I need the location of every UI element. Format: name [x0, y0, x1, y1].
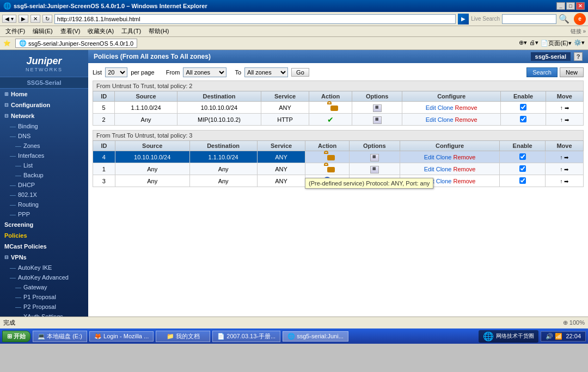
- sidebar-item-backup[interactable]: —Backup: [0, 170, 88, 180]
- go-button[interactable]: Go: [291, 68, 309, 77]
- move-up-icon[interactable]: ↑: [560, 178, 562, 184]
- taskbar-item-mozilla[interactable]: 🦊 Login - Mozilla ...: [89, 331, 154, 342]
- forward-button[interactable]: ▶: [19, 15, 28, 23]
- sidebar-item-home[interactable]: ⊞Home: [0, 89, 88, 100]
- new-button[interactable]: New: [560, 67, 584, 77]
- sidebar-item-802.1x[interactable]: —802.1X: [0, 190, 88, 200]
- sidebar-item-vpns[interactable]: ⊟VPNs: [0, 252, 88, 263]
- move-right-icon[interactable]: ➡: [565, 105, 569, 111]
- sidebar-item-routing[interactable]: —Routing: [0, 200, 88, 209]
- nav-dash: —: [15, 284, 21, 290]
- sidebar-item-dhcp[interactable]: —DHCP: [0, 180, 88, 190]
- taskbar-item-docs[interactable]: 📁 我的文档: [156, 331, 210, 342]
- sidebar-item-binding[interactable]: —Binding: [0, 121, 88, 131]
- taskbar-item-drive[interactable]: 💻 本地磁盘 (E:): [33, 331, 87, 342]
- enable-checkbox[interactable]: [520, 104, 526, 110]
- edit-link[interactable]: Edit: [426, 116, 436, 123]
- sidebar-item-p1-proposal[interactable]: —P1 Proposal: [0, 292, 88, 302]
- edit-link[interactable]: Edit: [426, 104, 436, 111]
- sidebar-item-policies[interactable]: Policies: [0, 230, 88, 241]
- taskbar-item-ssg[interactable]: 🌐 ssg5-serial:Juni...: [283, 331, 348, 342]
- ie-search-input[interactable]: [502, 14, 556, 24]
- back-button[interactable]: ◀ ▾: [2, 15, 16, 23]
- move-right-icon[interactable]: ➡: [564, 178, 568, 184]
- menu-file[interactable]: 文件(F): [2, 27, 28, 36]
- sidebar-item-dns[interactable]: —DNS: [0, 131, 88, 141]
- stop-button[interactable]: ✕: [30, 15, 40, 23]
- clone-link[interactable]: Clone: [438, 104, 454, 111]
- remove-link[interactable]: Remove: [455, 116, 477, 123]
- edit-link[interactable]: Edit: [424, 154, 434, 160]
- favorites-item[interactable]: 🌐 ssg5-serial:Juniper-ScreenOS 5.4.0r1.0: [15, 39, 137, 48]
- address-input[interactable]: [54, 14, 456, 24]
- sidebar-item-gateway[interactable]: —Gateway: [0, 282, 88, 292]
- move-right-icon[interactable]: ➡: [564, 154, 568, 160]
- move-up-icon[interactable]: ↑: [560, 105, 563, 111]
- sidebar-item-interfaces[interactable]: —Interfaces: [0, 151, 88, 160]
- cell-enable: [501, 102, 546, 114]
- start-icon: ⊞: [7, 333, 12, 340]
- cell-id: 5: [93, 102, 115, 114]
- sidebar-item-autokey-ike[interactable]: —AutoKey IKE: [0, 263, 88, 272]
- ie-page-controls: ⊕▾ 🖨▾ 📄页面(E)▾ ⚙️▾: [519, 39, 585, 47]
- options-icon[interactable]: ▦: [373, 116, 382, 124]
- start-button[interactable]: ⊞ 开始: [2, 331, 30, 342]
- close-button[interactable]: ✕: [576, 2, 585, 10]
- page-control-tools[interactable]: ⚙️▾: [574, 39, 585, 47]
- remove-link[interactable]: Remove: [454, 154, 476, 160]
- sidebar-item-p2-proposal[interactable]: —P2 Proposal: [0, 302, 88, 312]
- per-page-label: per page: [131, 69, 154, 76]
- sidebar-item-screening[interactable]: Screening: [0, 219, 88, 230]
- sidebar-item-list[interactable]: —List: [0, 160, 88, 170]
- refresh-button[interactable]: ↻: [42, 15, 52, 23]
- move-up-icon[interactable]: ↑: [560, 154, 562, 160]
- menu-favorites[interactable]: 收藏夹(A): [84, 27, 117, 36]
- search-button[interactable]: Search: [526, 67, 558, 77]
- enable-checkbox[interactable]: [519, 177, 526, 184]
- enable-checkbox[interactable]: [519, 153, 526, 160]
- go-address-button[interactable]: ▶: [458, 14, 469, 24]
- options-icon[interactable]: ▦: [370, 154, 379, 162]
- sidebar-item-zones[interactable]: —Zones: [0, 141, 88, 151]
- remove-link[interactable]: Remove: [454, 178, 476, 184]
- remove-link[interactable]: Remove: [455, 104, 477, 111]
- page-control-page[interactable]: 📄页面(E)▾: [541, 39, 572, 47]
- per-page-select[interactable]: 20 50 100: [105, 67, 127, 77]
- clone-link[interactable]: Clone: [436, 166, 452, 172]
- minimize-button[interactable]: _: [556, 2, 565, 10]
- move-right-icon[interactable]: ➡: [565, 117, 569, 123]
- clone-link[interactable]: Clone: [438, 116, 454, 123]
- clone-link[interactable]: Clone: [436, 178, 452, 184]
- sidebar-item-network[interactable]: ⊟Network: [0, 110, 88, 121]
- menu-help[interactable]: 帮助(H): [145, 27, 172, 36]
- enable-checkbox[interactable]: [519, 165, 526, 172]
- menu-tools[interactable]: 工具(T): [118, 27, 144, 36]
- remove-link[interactable]: Remove: [454, 166, 476, 172]
- clone-link[interactable]: Clone: [436, 154, 452, 160]
- options-icon[interactable]: ▦: [370, 166, 379, 173]
- maximize-button[interactable]: □: [566, 2, 575, 10]
- menu-view[interactable]: 查看(V): [57, 27, 84, 36]
- edit-link[interactable]: Edit: [424, 166, 434, 172]
- from-zone-select[interactable]: All zones Trust Untrust: [183, 67, 226, 77]
- sidebar-item-xauth-settings[interactable]: —XAuth Settings: [0, 312, 88, 317]
- move-right-icon[interactable]: ➡: [564, 166, 568, 172]
- sidebar-item-ppp[interactable]: —PPP: [0, 209, 88, 219]
- ie-logo: e: [574, 13, 586, 25]
- to-zone-select[interactable]: All zones Trust Untrust: [244, 67, 288, 77]
- page-control-back[interactable]: ⊕▾: [519, 39, 527, 47]
- search-icon[interactable]: 🔍: [559, 14, 569, 24]
- taskbar-item-manual[interactable]: 📄 2007.03.13-手册...: [212, 331, 280, 342]
- menu-edit[interactable]: 编辑(E): [29, 27, 56, 36]
- options-icon[interactable]: ▦: [373, 104, 382, 112]
- sidebar-item-autokey-advanced[interactable]: —AutoKey Advanced: [0, 272, 88, 282]
- enable-checkbox[interactable]: [520, 116, 526, 122]
- sidebar-item-mcast-policies[interactable]: MCast Policies: [0, 241, 88, 252]
- move-up-icon[interactable]: ↑: [560, 117, 563, 123]
- window-controls[interactable]: _ □ ✕: [556, 2, 585, 10]
- move-up-icon[interactable]: ↑: [560, 166, 562, 172]
- page-control-print[interactable]: 🖨▾: [529, 39, 538, 47]
- sidebar-item-configuration[interactable]: ⊟Configuration: [0, 100, 88, 110]
- cell-dest: Any: [189, 175, 257, 187]
- help-button[interactable]: ?: [574, 52, 583, 61]
